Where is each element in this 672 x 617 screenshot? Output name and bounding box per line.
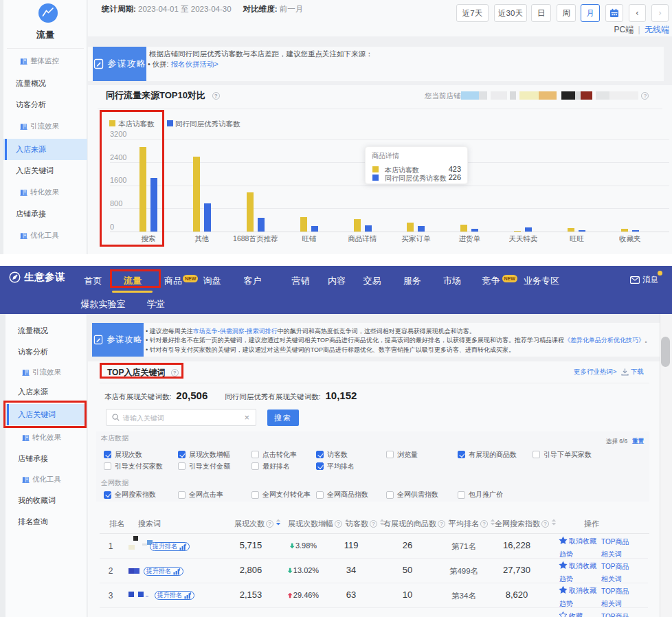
checkbox-box[interactable]: [104, 462, 111, 470]
shop-note-help-icon[interactable]: ?: [641, 92, 649, 100]
more-hot-words-link[interactable]: 更多行业热词>: [574, 368, 617, 377]
filter-checkbox-引导下单买家数[interactable]: 引导下单买家数: [533, 450, 592, 460]
nav-item-4[interactable]: 客户: [244, 275, 262, 287]
legend-label-peer[interactable]: 同行同层优秀访客数: [175, 120, 240, 129]
signup-huopin-link[interactable]: 报名伙拼活动>: [170, 60, 218, 68]
column-header-5[interactable]: 有展现的商品数?: [383, 519, 453, 529]
filter-checkbox-浏览量[interactable]: 浏览量: [386, 450, 418, 460]
filter-checkbox-引导支付金额[interactable]: 引导支付金额: [178, 462, 230, 471]
bar-shop-2[interactable]: [247, 192, 254, 232]
sidebar-item-8[interactable]: 我的收藏词: [5, 490, 87, 511]
filter-checkbox-全网供需指数[interactable]: 全网供需指数: [386, 490, 438, 500]
checkbox-box[interactable]: [178, 462, 186, 470]
nav-item-school[interactable]: 学堂: [147, 298, 165, 311]
unfavorite-link-2[interactable]: 取消收藏: [559, 585, 596, 596]
checkbox-box[interactable]: [316, 462, 324, 470]
prev-period-button[interactable]: ‹: [629, 4, 646, 22]
bar-peer-1[interactable]: [204, 203, 211, 232]
brand[interactable]: 生意参谋: [9, 271, 65, 284]
messages[interactable]: 消息: [630, 275, 658, 285]
bar-shop-6[interactable]: [460, 225, 467, 232]
bar-peer-5[interactable]: [418, 226, 425, 232]
nav-item-8[interactable]: 服务: [403, 275, 421, 287]
legend-swatch-peer[interactable]: [167, 120, 173, 126]
bar-peer-4[interactable]: [365, 225, 372, 232]
checkbox-box[interactable]: [386, 451, 394, 458]
bar-peer-9[interactable]: [632, 230, 639, 232]
column-help-icon[interactable]: ?: [335, 520, 342, 528]
range-7d-button[interactable]: 近7天: [456, 4, 489, 22]
filter-checkbox-平均排名[interactable]: 平均排名: [316, 462, 355, 471]
column-header-2[interactable]: 展现次数?: [234, 519, 281, 529]
sidebar-item-6[interactable]: 店铺承接: [5, 448, 87, 469]
checkbox-box[interactable]: [178, 451, 186, 458]
range-day-button[interactable]: 日: [531, 4, 551, 22]
favorite-link-3[interactable]: 收藏: [559, 611, 583, 617]
bar-shop-5[interactable]: [407, 223, 414, 232]
checkbox-box[interactable]: [458, 451, 465, 458]
clear-search-icon[interactable]: ×: [244, 412, 249, 423]
calendar-button[interactable]: [605, 4, 623, 22]
checkbox-box[interactable]: [104, 491, 111, 499]
sidebar-item-4[interactable]: 入店来源: [3, 139, 87, 160]
column-header-0[interactable]: 排名: [109, 519, 124, 529]
checkbox-box[interactable]: [251, 462, 259, 470]
filter-checkbox-全网搜索指数[interactable]: 全网搜索指数: [104, 490, 156, 500]
search-button[interactable]: 搜索: [267, 410, 299, 426]
checkbox-box[interactable]: [316, 491, 324, 499]
checkbox-box[interactable]: [533, 451, 540, 458]
column-header-4[interactable]: 访客数?: [346, 519, 385, 529]
filter-checkbox-全网点击率[interactable]: 全网点击率: [178, 490, 223, 500]
next-period-button[interactable]: ›: [651, 4, 669, 22]
bar-shop-3[interactable]: [300, 217, 307, 232]
nav-item-3[interactable]: 询盘: [203, 275, 221, 287]
sidebar-item-5[interactable]: 转化效果: [5, 427, 87, 448]
boost-rank-button-1[interactable]: 提升排名: [144, 567, 183, 576]
course-link[interactable]: 《差异化单品分析优化技巧》: [564, 337, 645, 344]
range-month-button[interactable]: 月: [581, 4, 600, 22]
checkbox-box[interactable]: [178, 491, 186, 499]
top-products-link-2[interactable]: TOP商品: [601, 587, 629, 596]
sort-icon[interactable]: [551, 519, 557, 526]
sidebar-item-1[interactable]: 访客分析: [5, 341, 87, 363]
bar-shop-4[interactable]: [354, 219, 361, 232]
checkbox-box[interactable]: [251, 451, 259, 458]
nav-item-5[interactable]: 营销: [292, 275, 310, 287]
range-30d-button[interactable]: 近30天: [494, 4, 527, 22]
filter-checkbox-全网商品指数[interactable]: 全网商品指数: [316, 490, 368, 500]
nav-item-10[interactable]: 竞争: [482, 275, 500, 287]
download-action[interactable]: 下载: [621, 368, 644, 377]
sidebar-item-2[interactable]: 访客分析: [3, 94, 87, 115]
unfavorite-link-1[interactable]: 取消收藏: [559, 561, 596, 571]
sidebar-item-2[interactable]: 引流效果: [5, 361, 87, 383]
top-products-link-3[interactable]: TOP商品: [601, 612, 629, 617]
scrollbar-thumb[interactable]: [661, 337, 670, 367]
nav-item-2[interactable]: 商品: [164, 275, 182, 287]
checkbox-box[interactable]: [251, 491, 259, 499]
column-help-icon[interactable]: ?: [370, 520, 377, 528]
bar-peer-6[interactable]: [471, 229, 478, 232]
filter-checkbox-展现次数[interactable]: 展现次数: [104, 450, 142, 460]
filter-checkbox-全网支付转化率[interactable]: 全网支付转化率: [251, 490, 311, 500]
column-header-1[interactable]: 搜索词: [138, 519, 161, 529]
sidebar-item-3[interactable]: 引流效果: [3, 115, 87, 137]
checkbox-box[interactable]: [458, 491, 465, 499]
sidebar-item-0[interactable]: 整体监控: [3, 51, 87, 72]
bar-shop-1[interactable]: [193, 157, 200, 232]
boost-rank-button-0[interactable]: 提升排名: [150, 542, 190, 551]
sidebar-item-5[interactable]: 入店关键词: [3, 160, 87, 181]
column-header-8[interactable]: 操作: [584, 519, 599, 529]
filter-checkbox-展现次数增幅[interactable]: 展现次数增幅: [178, 450, 230, 460]
column-header-7[interactable]: 全网搜索指数?: [495, 519, 557, 529]
bar-peer-8[interactable]: [579, 230, 585, 232]
device-pc[interactable]: PC端: [614, 25, 634, 34]
unfavorite-link-0[interactable]: 取消收藏: [559, 536, 596, 546]
nav-item-0[interactable]: 首页: [85, 275, 102, 287]
filter-checkbox-包月推广价[interactable]: 包月推广价: [458, 490, 503, 500]
checkbox-box[interactable]: [104, 451, 111, 458]
filter-checkbox-引导支付买家数[interactable]: 引导支付买家数: [104, 462, 163, 471]
bar-peer-7[interactable]: [525, 227, 532, 232]
column-help-icon[interactable]: ?: [541, 520, 549, 528]
bar-shop-8[interactable]: [568, 228, 574, 232]
filter-checkbox-点击转化率[interactable]: 点击转化率: [251, 450, 297, 460]
